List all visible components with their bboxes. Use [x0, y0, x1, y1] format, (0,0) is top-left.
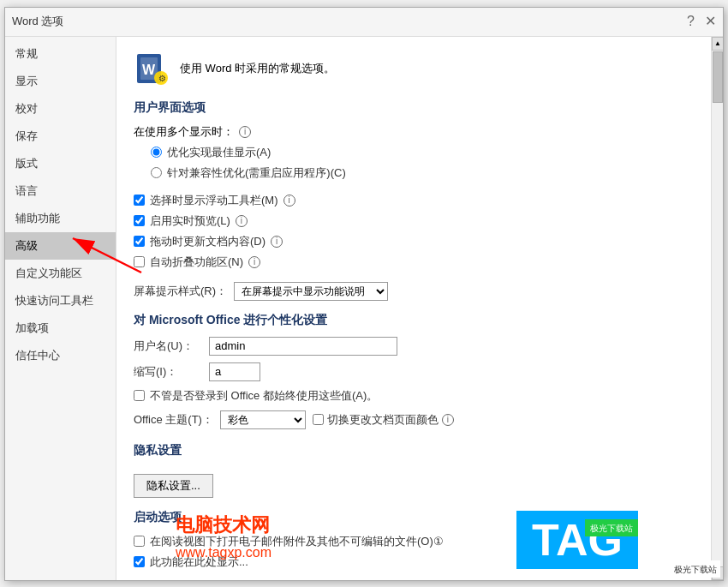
cb-floating-toolbar-label[interactable]: 选择时显示浮动工具栏(M)	[150, 193, 278, 208]
cb-live-preview[interactable]	[134, 215, 145, 226]
initials-row: 缩写(I)：	[134, 362, 694, 381]
username-row: 用户名(U)：	[134, 337, 694, 356]
radio-compat-row: 针对兼容性优化(需重启应用程序)(C)	[134, 165, 694, 181]
drag-update-info-icon: i	[271, 236, 283, 248]
startup-cb1-input[interactable]	[134, 536, 145, 547]
cb-floating-toolbar[interactable]	[134, 195, 145, 206]
header-description: 使用 Word 时采用的常规选项。	[180, 61, 335, 76]
multi-display-label-row: 在使用多个显示时： i	[134, 124, 694, 140]
sidebar-item-accessibility[interactable]: 辅助功能	[5, 205, 116, 232]
multi-display-group: 在使用多个显示时： i 优化实现最佳显示(A) 针对兼容性优化(需重启应用程序)…	[134, 124, 694, 181]
screen-tip-select[interactable]: 在屏幕提示中显示功能说明 不在屏幕提示中显示功能说明 不显示屏幕提示	[234, 282, 388, 301]
cb-drag-update[interactable]	[134, 236, 145, 247]
close-icon[interactable]: ✕	[705, 15, 716, 28]
change-doc-color-checkbox[interactable]	[313, 414, 324, 425]
dialog-body: 常规 显示 校对 保存 版式 语言 辅助功能 高级 自定义功能区 快速访问工具栏…	[5, 37, 723, 580]
not-login-checkbox[interactable]	[134, 390, 145, 401]
startup-cb2-label[interactable]: 此功能在此处显示...	[150, 554, 248, 570]
scrollbar-down-button[interactable]: ▼	[712, 566, 723, 580]
cb-auto-collapse-label[interactable]: 自动折叠功能区(N)	[150, 255, 243, 270]
floating-toolbar-info-icon: i	[283, 195, 295, 207]
not-login-label: 不管是否登录到 Office 都始终使用这些值(A)。	[150, 388, 378, 404]
sidebar-item-display[interactable]: 显示	[5, 68, 116, 95]
radio-optimize-label[interactable]: 优化实现最佳显示(A)	[167, 145, 271, 160]
startup-cb2-input[interactable]	[134, 556, 145, 567]
section-privacy: 隐私设置	[134, 443, 694, 458]
sidebar-item-advanced[interactable]: 高级	[5, 232, 116, 260]
sidebar-item-language[interactable]: 语言	[5, 177, 116, 205]
radio-optimize-row: 优化实现最佳显示(A)	[134, 145, 694, 160]
scrollbar-up-button[interactable]: ▲	[712, 37, 723, 51]
sidebar-item-save[interactable]: 保存	[5, 123, 116, 150]
cb-floating-toolbar-row: 选择时显示浮动工具栏(M) i	[134, 193, 694, 208]
startup-cb2-row: 此功能在此处显示...	[134, 554, 694, 570]
not-login-row: 不管是否登录到 Office 都始终使用这些值(A)。	[134, 388, 694, 404]
cb-live-preview-row: 启用实时预览(L) i	[134, 213, 694, 229]
startup-cb1-label[interactable]: 在阅读视图下打开电子邮件附件及其他不可编辑的文件(O)①	[150, 534, 444, 549]
sidebar-item-trust-center[interactable]: 信任中心	[5, 342, 116, 369]
multi-display-label: 在使用多个显示时：	[134, 124, 234, 140]
sidebar-item-layout[interactable]: 版式	[5, 150, 116, 177]
title-bar-controls: ? ✕	[687, 15, 716, 28]
cb-drag-update-row: 拖动时更新文档内容(D) i	[134, 234, 694, 249]
radio-optimize-input[interactable]	[151, 147, 162, 158]
live-preview-info-icon: i	[236, 215, 248, 227]
sidebar-item-addins[interactable]: 加载项	[5, 314, 116, 342]
svg-text:⚙: ⚙	[158, 74, 166, 83]
word-options-icon: W ⚙	[134, 51, 170, 87]
svg-text:W: W	[142, 63, 156, 77]
personalize-section: 对 Microsoft Office 进行个性化设置 用户名(U)： 缩写(I)…	[134, 313, 694, 429]
multi-display-info-icon: i	[239, 126, 251, 138]
privacy-settings-button[interactable]: 隐私设置...	[134, 474, 213, 498]
privacy-section: 隐私设置 隐私设置...	[134, 443, 694, 498]
word-options-dialog: Word 选项 ? ✕ 常规 显示 校对 保存 版式 语言 辅助功能 高级 自定…	[4, 7, 724, 581]
title-bar: Word 选项 ? ✕	[5, 8, 723, 37]
screen-tip-label: 屏幕提示样式(R)：	[134, 284, 227, 299]
startup-section: 启动选项 在阅读视图下打开电子邮件附件及其他不可编辑的文件(O)① 此功能在此处…	[134, 510, 694, 570]
initials-label: 缩写(I)：	[134, 364, 202, 380]
right-panel: W ⚙ 使用 Word 时采用的常规选项。 用户界面选项 在使用多个显示时： i	[116, 37, 723, 580]
change-doc-color-label: 切换更改文档页面颜色	[327, 412, 439, 428]
content-header: W ⚙ 使用 Word 时采用的常规选项。	[134, 51, 694, 87]
cb-live-preview-label[interactable]: 启用实时预览(L)	[150, 213, 230, 229]
section-startup: 启动选项	[134, 510, 694, 525]
dialog-title: Word 选项	[12, 14, 63, 29]
sidebar-item-quick-access[interactable]: 快速访问工具栏	[5, 287, 116, 314]
sidebar-item-proofing[interactable]: 校对	[5, 95, 116, 123]
section-personalize: 对 Microsoft Office 进行个性化设置	[134, 313, 694, 328]
radio-compat-input[interactable]	[151, 167, 162, 178]
scrollbar[interactable]: ▲ ▼	[711, 37, 723, 580]
auto-collapse-info-icon: i	[248, 256, 260, 268]
screen-tip-row: 屏幕提示样式(R)： 在屏幕提示中显示功能说明 不在屏幕提示中显示功能说明 不显…	[134, 282, 694, 301]
theme-row: Office 主题(T)： 彩色 深灰色 黑色 白色 切换更改文档页面颜色 i	[134, 410, 694, 429]
initials-input[interactable]	[209, 362, 260, 381]
scrollbar-thumb[interactable]	[713, 51, 723, 103]
theme-label: Office 主题(T)：	[134, 412, 213, 428]
cb-auto-collapse-row: 自动折叠功能区(N) i	[134, 255, 694, 270]
content-area: W ⚙ 使用 Word 时采用的常规选项。 用户界面选项 在使用多个显示时： i	[116, 37, 711, 580]
toolbar-options-group: 选择时显示浮动工具栏(M) i 启用实时预览(L) i 拖动时更新文档内容(D)…	[134, 193, 694, 270]
theme-select[interactable]: 彩色 深灰色 黑色 白色	[220, 410, 306, 429]
cb-drag-update-label[interactable]: 拖动时更新文档内容(D)	[150, 234, 266, 249]
radio-compat-label[interactable]: 针对兼容性优化(需重启应用程序)(C)	[167, 165, 346, 181]
username-input[interactable]	[209, 337, 397, 356]
sidebar-item-customize-ribbon[interactable]: 自定义功能区	[5, 260, 116, 287]
username-label: 用户名(U)：	[134, 338, 202, 354]
change-doc-color-info-icon: i	[442, 414, 454, 426]
change-doc-color-row: 切换更改文档页面颜色 i	[313, 412, 454, 428]
section-user-interface: 用户界面选项	[134, 100, 694, 116]
sidebar: 常规 显示 校对 保存 版式 语言 辅助功能 高级 自定义功能区 快速访问工具栏…	[5, 37, 116, 580]
startup-cb1-row: 在阅读视图下打开电子邮件附件及其他不可编辑的文件(O)①	[134, 534, 694, 549]
sidebar-item-general[interactable]: 常规	[5, 40, 116, 68]
cb-auto-collapse[interactable]	[134, 256, 145, 267]
help-icon[interactable]: ?	[687, 15, 695, 28]
